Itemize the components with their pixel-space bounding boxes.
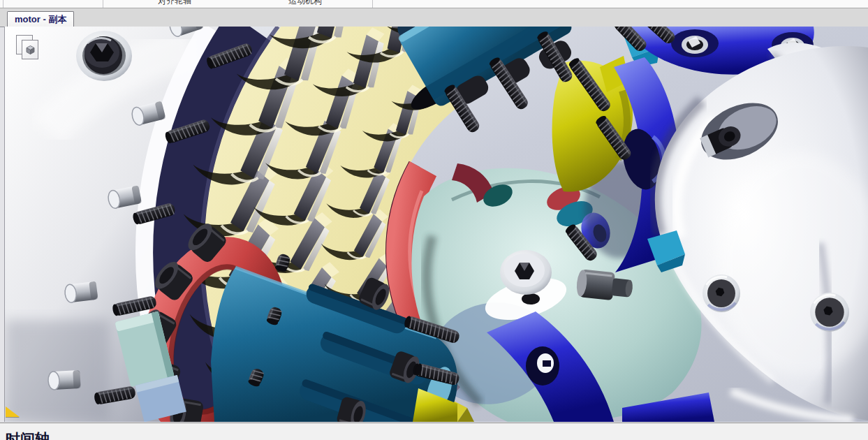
scene-pages-icon[interactable]	[16, 35, 40, 60]
3d-viewport-canvas[interactable]	[5, 27, 868, 422]
document-tab-bar: motor - 副本	[0, 8, 868, 27]
ribbon-strip: 对齐轮轴 运动机构	[0, 0, 868, 8]
timeline-panel[interactable]: 时间轴	[0, 423, 868, 440]
page-front-icon	[22, 40, 38, 59]
tab-motor-copy[interactable]: motor - 副本	[7, 11, 74, 27]
3d-viewport[interactable]	[4, 27, 868, 422]
ribbon-group-label: 运动机构	[288, 0, 322, 7]
cube-icon	[25, 45, 36, 55]
ribbon-separator	[103, 0, 103, 8]
ribbon-separator	[3, 0, 3, 8]
viewport-expand-handle[interactable]	[6, 406, 20, 417]
timeline-label: 时间轴	[6, 431, 868, 440]
application-window: 对齐轮轴 运动机构 motor - 副本	[0, 0, 868, 440]
ribbon-group-label: 对齐轮轴	[158, 0, 191, 7]
ribbon-separator	[372, 0, 373, 8]
tab-title: motor - 副本	[15, 13, 66, 26]
hex-socket-bolt	[76, 31, 132, 81]
